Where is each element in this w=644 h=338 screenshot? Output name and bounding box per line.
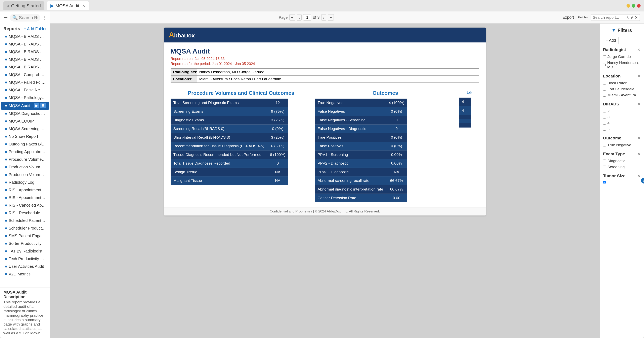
report-list-item[interactable]: Scheduler Productivity Report bbox=[1, 225, 49, 232]
filter-checkbox[interactable] bbox=[603, 82, 606, 85]
sidebar-options-icon[interactable]: ⋮ bbox=[42, 15, 46, 20]
report-list-item[interactable]: MQSA - BIRADS 4-5 With Pathology bbox=[1, 48, 49, 56]
report-list-item[interactable]: Radiology Log bbox=[1, 179, 49, 186]
report-list-item[interactable]: Procedure Volume By Location bbox=[1, 156, 49, 163]
first-page-button[interactable]: « bbox=[289, 14, 295, 21]
last-page-button[interactable]: » bbox=[328, 14, 334, 21]
filter-checkbox[interactable] bbox=[603, 181, 606, 184]
report-period: Report ran for the period: Jan 01 2024 -… bbox=[170, 62, 479, 66]
add-folder-button[interactable]: + Add Folder bbox=[24, 27, 46, 31]
filter-checkbox[interactable] bbox=[603, 94, 606, 97]
filter-checkbox[interactable] bbox=[603, 165, 606, 168]
filter-option: Fort Lauderdale bbox=[603, 86, 640, 92]
filter-section-close[interactable]: ✕ bbox=[637, 151, 640, 156]
export-button[interactable]: Export bbox=[561, 14, 576, 21]
filter-checkbox[interactable] bbox=[603, 55, 606, 58]
filter-option: Diagnostic bbox=[603, 158, 640, 164]
table1-row-label: Recommendation for Tissue Diagnosis (BI-… bbox=[170, 142, 267, 150]
report-list-item[interactable]: Tech Productivity Report bbox=[1, 255, 49, 263]
report-list-item[interactable]: MQSA Diagnostic Audit bbox=[1, 110, 49, 117]
report-list-item[interactable]: MQSA - BIRADS 4-5 Without Pathology bbox=[1, 56, 49, 63]
table2-row-label: True Positives bbox=[315, 133, 386, 142]
report-list-item[interactable]: SMS Patient Engagement Dashboard bbox=[1, 232, 49, 240]
find-text-input[interactable] bbox=[593, 15, 625, 20]
report-list-item[interactable]: Pending Appointments Summary bbox=[1, 148, 49, 155]
filter-section-close[interactable]: ✕ bbox=[637, 174, 640, 178]
search-box[interactable]: 🔍 bbox=[10, 14, 40, 22]
report-list-item[interactable]: RIS - Canceled Appointments Report bbox=[1, 202, 49, 209]
tab-close-icon[interactable]: ✕ bbox=[82, 4, 85, 8]
find-up-button[interactable]: ∧ bbox=[626, 15, 629, 20]
table1-row-value: NA bbox=[267, 177, 288, 185]
filter-option-label: 2 bbox=[608, 109, 610, 113]
report-list-item[interactable]: Production Volume By Dictator with RVU bbox=[1, 163, 49, 171]
filter-section-close[interactable]: ✕ bbox=[637, 136, 640, 140]
filter-checkbox[interactable] bbox=[603, 116, 606, 118]
find-down-button[interactable]: ∨ bbox=[630, 15, 633, 20]
filter-checkbox[interactable] bbox=[603, 144, 606, 146]
tab-mqsa-audit[interactable]: ▶ MQSA Audit ✕ bbox=[47, 2, 89, 10]
table3-row-label bbox=[459, 119, 471, 123]
filter-option: True Negative bbox=[603, 142, 640, 148]
viewer-layout: AbbaDox MQSA Audit Report ran on: Jan 05… bbox=[50, 24, 644, 338]
filter-checkbox[interactable] bbox=[603, 110, 606, 112]
filter-checkbox[interactable] bbox=[603, 159, 606, 162]
filter-checkbox[interactable] bbox=[603, 122, 606, 124]
report-list-item[interactable]: Sorter Productivity bbox=[1, 240, 49, 247]
filter-section-header: Location✕ bbox=[603, 74, 640, 78]
report-item-label: V2D Metrics bbox=[9, 272, 46, 276]
run-report-button[interactable]: ▶ bbox=[34, 103, 40, 108]
report-list-item[interactable]: MQSA - BIRADS 3 Report bbox=[1, 41, 49, 48]
filter-checkbox[interactable] bbox=[603, 64, 606, 66]
toolbar-right: Export Find Text ∧ ∨ ✕ bbox=[561, 14, 640, 21]
tab-getting-started[interactable]: ● Getting Started bbox=[4, 2, 44, 10]
filter-checkbox[interactable] bbox=[603, 88, 606, 91]
description-box: MQSA Audit Description This report provi… bbox=[0, 287, 50, 338]
table2-row-value: 66.67% bbox=[386, 177, 407, 185]
filters-panel: ▼ Filters + Add Radiologist✕Jorge Garrid… bbox=[600, 24, 644, 338]
report-item-label: Pending Appointments Summary bbox=[9, 149, 46, 154]
report-list-item[interactable]: MQSA Audit▶☰ bbox=[1, 102, 49, 110]
find-text-box[interactable]: ∧ ∨ ✕ bbox=[591, 14, 640, 21]
tab-play-icon: ▶ bbox=[50, 3, 54, 9]
report-list-item[interactable]: Production Volume Detail by Physician a.… bbox=[1, 171, 49, 179]
report-list-item[interactable]: MQSA - BIRADS 3 - No Path bbox=[1, 33, 49, 40]
prev-page-button[interactable]: ‹ bbox=[297, 14, 302, 21]
report-list-item[interactable]: MQSA EQUIP bbox=[1, 117, 49, 125]
hamburger-icon[interactable]: ☰ bbox=[4, 15, 8, 21]
report-list-item[interactable]: Scheduled Patients Demographics bbox=[1, 217, 49, 224]
find-close-button[interactable]: ✕ bbox=[634, 15, 638, 20]
report-list-item[interactable]: No Show Report bbox=[1, 133, 49, 140]
filter-option: Nancy Henderson, MD bbox=[603, 60, 640, 70]
report-list-item[interactable]: MQSA - False Negatives bbox=[1, 86, 49, 94]
filter-section-close[interactable]: ✕ bbox=[637, 74, 640, 78]
report-list-item[interactable]: RIS - Rescheduled Appointments Report bbox=[1, 209, 49, 217]
title-bar: ● Getting Started ▶ MQSA Audit ✕ bbox=[0, 0, 644, 12]
report-list-item[interactable]: User Activities Audit bbox=[1, 263, 49, 270]
report-list-item[interactable]: MQSA - BIRADS Without Pathology bbox=[1, 63, 49, 71]
report-list-item[interactable]: RIS - Appointment Details bbox=[1, 186, 49, 194]
filter-section-close[interactable]: ✕ bbox=[637, 47, 640, 52]
page-input[interactable] bbox=[303, 14, 311, 21]
report-list-item[interactable]: MQSA - Comprehensive Audit bbox=[1, 71, 49, 78]
report-list-item[interactable]: V2D Metrics bbox=[1, 270, 49, 278]
search-input[interactable] bbox=[19, 15, 38, 20]
report-list-item[interactable]: MQSA Screening Audit bbox=[1, 125, 49, 133]
report-dot-icon bbox=[5, 74, 7, 76]
table2-row-label: False Positives bbox=[315, 142, 386, 150]
report-scroll[interactable]: AbbaDox MQSA Audit Report ran on: Jan 05… bbox=[50, 24, 600, 338]
add-filter-button[interactable]: + Add bbox=[603, 37, 619, 44]
report-list-item[interactable]: Outgoing Faxes Billing Report bbox=[1, 140, 49, 148]
report-item-label: RIS - Appointment Details bbox=[9, 188, 46, 192]
report-list-item[interactable]: MQSA - Pathology Results bbox=[1, 94, 49, 101]
next-page-button[interactable]: › bbox=[321, 14, 326, 21]
report-dot-icon bbox=[5, 266, 7, 268]
filter-checkbox[interactable] bbox=[603, 128, 606, 131]
report-dot-icon bbox=[5, 89, 7, 91]
report-dot-icon bbox=[5, 81, 7, 83]
report-list-item[interactable]: RIS - Appointment Procedure Summary bbox=[1, 194, 49, 201]
report-menu-button[interactable]: ☰ bbox=[40, 103, 46, 108]
filter-section-close[interactable]: ✕ bbox=[637, 102, 640, 106]
report-list-item[interactable]: MQSA - Failed Follow up - By Tech bbox=[1, 79, 49, 86]
report-list-item[interactable]: TAT By Radiologist bbox=[1, 247, 49, 255]
